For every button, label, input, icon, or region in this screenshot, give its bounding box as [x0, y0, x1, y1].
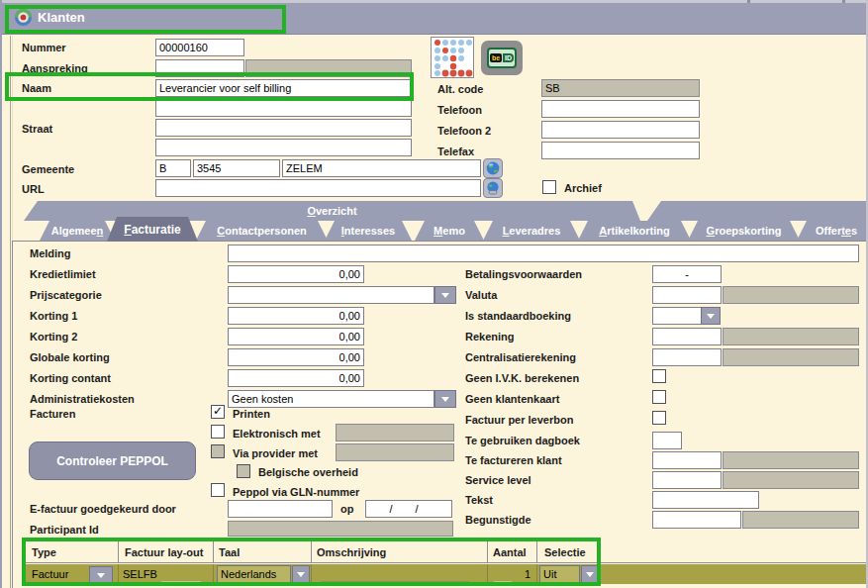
- peppol-gln-label: Peppol via GLN-nummer: [233, 486, 359, 498]
- tab-contactpersonen[interactable]: Contactpersonen: [196, 221, 328, 241]
- tab-panel-border-left: [12, 241, 13, 588]
- begunstigde-desc: [742, 511, 859, 529]
- telefoon2-input[interactable]: [541, 121, 700, 139]
- korting2-input[interactable]: 0,00: [228, 328, 364, 345]
- tab-memo[interactable]: Memo: [415, 221, 484, 241]
- gemeente-land-input[interactable]: B: [155, 159, 191, 177]
- url-input[interactable]: [155, 179, 481, 197]
- geen-klantenkaart-checkbox[interactable]: [652, 390, 666, 404]
- globe-button[interactable]: [483, 158, 503, 178]
- peppol-gln-checkbox[interactable]: [211, 483, 225, 497]
- row-cell-separator: [536, 564, 537, 584]
- row-taal-value[interactable]: Nederlands: [217, 565, 291, 583]
- te-gebruiken-dagboek-label: Te gebruiken dagboek: [465, 435, 580, 446]
- nummer-input[interactable]: 00000160: [155, 39, 244, 56]
- rekening-desc: [723, 328, 859, 345]
- controleer-peppol-button[interactable]: Controleer PEPPOL: [29, 441, 196, 480]
- melding-input[interactable]: [228, 245, 859, 262]
- archief-checkbox[interactable]: [542, 180, 556, 194]
- row-type-value[interactable]: Factuur: [32, 568, 68, 580]
- telefax-input[interactable]: [541, 142, 700, 159]
- row-aantal-value[interactable]: 1: [491, 568, 530, 580]
- straat-input[interactable]: [155, 119, 412, 137]
- tab-blank-right[interactable]: [647, 201, 868, 221]
- participant-id-label: Participant Id: [30, 524, 99, 536]
- service-level-label: Service level: [465, 474, 531, 486]
- kredietlimiet-input[interactable]: 0,00: [228, 265, 364, 283]
- col-type-header: Type: [32, 546, 56, 558]
- begunstigde-input[interactable]: [652, 511, 741, 529]
- alt-code-label: Alt. code: [437, 83, 483, 95]
- globe-icon: [486, 161, 500, 175]
- gemeente-plaats-input[interactable]: ZELEM: [282, 159, 481, 177]
- via-provider-checkbox[interactable]: [211, 444, 225, 458]
- efactuur-input[interactable]: [228, 500, 333, 518]
- korting1-label: Korting 1: [30, 310, 77, 322]
- valuta-desc: [723, 286, 859, 304]
- web-link-icon: [486, 181, 500, 195]
- administratiekosten-dropdown-button[interactable]: [434, 390, 456, 408]
- tab-artikelkorting[interactable]: Artikelkorting: [578, 221, 691, 241]
- belgische-overheid-checkbox[interactable]: [237, 464, 250, 478]
- administratiekosten-label: Administratiekosten: [30, 393, 135, 405]
- row-selectie-dropdown-button[interactable]: [581, 565, 599, 583]
- te-factureren-klant-input[interactable]: [652, 451, 722, 469]
- col-omschrijving-header: Omschrijving: [317, 546, 386, 558]
- participant-id-field: [228, 521, 453, 537]
- via-provider-field: [336, 443, 454, 461]
- service-level-input[interactable]: [652, 471, 722, 489]
- korting1-input[interactable]: 0,00: [228, 307, 364, 325]
- prijscategorie-dropdown-button[interactable]: [434, 286, 456, 304]
- tab-groepskorting[interactable]: Groepskorting: [688, 221, 800, 241]
- is-standaardboeking-dropdown-button[interactable]: [701, 307, 721, 325]
- efactuur-date-input[interactable]: / /: [365, 500, 452, 518]
- korting-contant-input[interactable]: 0,00: [228, 369, 364, 387]
- customer-stats-icon[interactable]: [431, 37, 474, 78]
- open-url-button[interactable]: [483, 178, 503, 198]
- tab-overzicht[interactable]: Overzicht: [24, 201, 640, 221]
- valuta-input[interactable]: [652, 286, 722, 304]
- tab-interesses[interactable]: Interesses: [325, 221, 412, 241]
- gemeente-postcode-input[interactable]: 3545: [193, 159, 280, 177]
- telefoon-input[interactable]: [541, 100, 700, 118]
- gemeente-label: Gemeente: [22, 163, 74, 175]
- row-layout-value[interactable]: SELFB: [123, 568, 157, 580]
- tekst-input[interactable]: [652, 491, 759, 509]
- row-cell-separator: [311, 564, 312, 584]
- tab-leveradres[interactable]: Leveradres: [483, 221, 580, 241]
- prijscategorie-select[interactable]: [228, 286, 434, 304]
- telefoon-label: Telefoon: [437, 104, 482, 116]
- kredietlimiet-label: Kredietlimiet: [30, 268, 96, 280]
- tab-offertes[interactable]: Offertes: [797, 221, 868, 241]
- naam-input[interactable]: Leverancier voor self billing: [155, 79, 412, 97]
- centralisatierekening-input[interactable]: [652, 348, 722, 366]
- naam2-input[interactable]: [155, 99, 412, 117]
- is-standaardboeking-select[interactable]: [652, 307, 702, 325]
- betalingsvoorwaarden-input[interactable]: -: [652, 265, 722, 283]
- factuur-per-leverbon-checkbox[interactable]: [652, 411, 666, 425]
- te-gebruiken-dagboek-input[interactable]: [652, 432, 682, 449]
- elektronisch-met-checkbox[interactable]: [211, 425, 225, 439]
- globale-korting-label: Globale korting: [30, 351, 110, 363]
- straat2-input[interactable]: [155, 139, 412, 156]
- col-layout-header: Factuur lay-out: [125, 546, 203, 558]
- row-selectie-value[interactable]: Uit: [539, 565, 580, 583]
- col-taal-header: Taal: [219, 546, 240, 558]
- table-header-top-line: [26, 540, 598, 541]
- geen-ivk-checkbox[interactable]: [652, 369, 666, 383]
- row-omschrijving-entry-line: [321, 581, 469, 582]
- geen-klantenkaart-label: Geen klantenkaart: [465, 393, 559, 405]
- administratiekosten-select[interactable]: Geen kosten: [228, 390, 434, 408]
- row-type-dropdown-button[interactable]: [89, 566, 113, 583]
- row-cell-separator: [118, 564, 119, 584]
- row-taal-dropdown-button[interactable]: [292, 565, 310, 583]
- tab-facturatie[interactable]: Facturatie: [107, 217, 198, 242]
- melding-label: Melding: [30, 247, 71, 259]
- beid-button[interactable]: be ID: [481, 41, 523, 75]
- printen-checkbox[interactable]: ✓: [211, 405, 225, 419]
- archief-label: Archief: [564, 182, 602, 194]
- aanspreking-input[interactable]: [155, 59, 244, 77]
- tab-algemeen[interactable]: Algemeen: [40, 221, 115, 241]
- rekening-input[interactable]: [652, 328, 722, 345]
- globale-korting-input[interactable]: 0,00: [228, 348, 364, 366]
